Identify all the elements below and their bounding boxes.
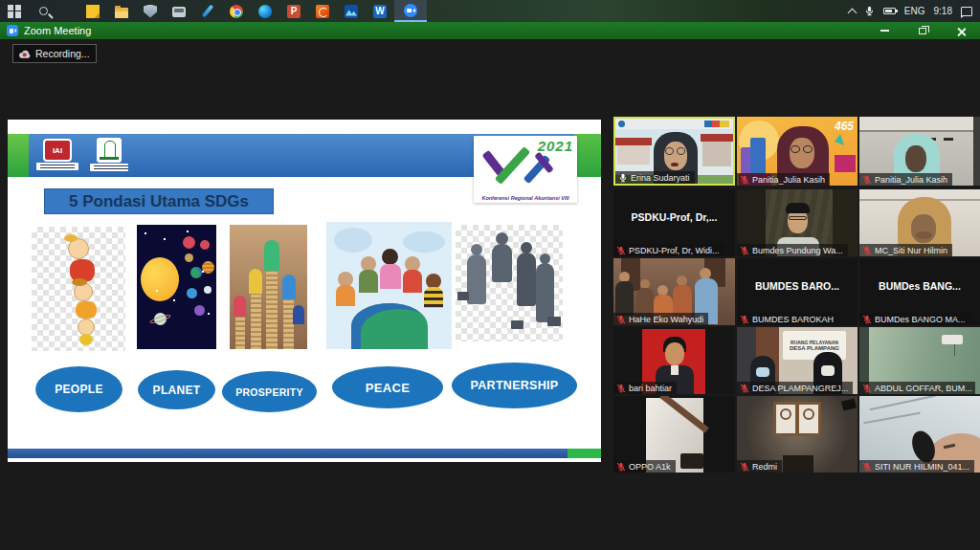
campus-logo bbox=[90, 138, 128, 171]
participant-name: DESA PLAMPANGREJ... bbox=[752, 384, 848, 393]
tile-center-name: PSDKU-Prof, Dr,... bbox=[613, 189, 735, 245]
people-image bbox=[32, 227, 125, 351]
participant-tile[interactable]: BUMDES BARO... BUMDES BAROKAH bbox=[737, 258, 858, 325]
cloud-recording-icon bbox=[18, 49, 31, 59]
photos-icon[interactable] bbox=[337, 0, 366, 22]
desktop: P W ENG 9:18 Zoom Meeting Recording... bbox=[0, 0, 980, 550]
chrome-icon[interactable] bbox=[222, 0, 251, 22]
pillar-partnership: PARTNERSHIP bbox=[452, 363, 577, 408]
window-title: Zoom Meeting bbox=[24, 25, 91, 36]
windows-security-icon[interactable] bbox=[136, 0, 165, 22]
minimize-button[interactable] bbox=[865, 22, 903, 39]
pen-icon[interactable] bbox=[193, 0, 222, 22]
participant-name: bari bahtiar bbox=[629, 384, 672, 393]
battery-icon[interactable] bbox=[883, 8, 896, 14]
participant-name: BUMDES BAROKAH bbox=[752, 315, 834, 324]
sticky-notes-icon[interactable] bbox=[78, 0, 107, 22]
mic-muted-icon bbox=[616, 384, 626, 393]
file-explorer-icon[interactable] bbox=[107, 0, 136, 22]
office-icon[interactable] bbox=[308, 0, 337, 22]
mic-muted-icon bbox=[740, 384, 749, 393]
participant-tile[interactable]: HaHe Eko Wahyudi bbox=[613, 258, 735, 325]
participant-name: Erina Sudaryati bbox=[631, 173, 690, 183]
participant-tile[interactable]: bari bahtiar bbox=[613, 327, 735, 394]
participant-tile[interactable]: Redmi bbox=[737, 396, 858, 473]
participant-name: BUMDes BANGO MA... bbox=[875, 315, 966, 324]
pillar-peace: PEACE bbox=[332, 366, 443, 408]
close-button[interactable] bbox=[942, 22, 980, 39]
participant-tile[interactable]: Panitia_Julia Kasih bbox=[859, 117, 980, 186]
language-indicator[interactable]: ENG bbox=[904, 6, 925, 16]
tile-center-name: BUMDes BANG... bbox=[859, 258, 980, 314]
edge-icon[interactable] bbox=[251, 0, 279, 22]
pillar-prosperity: PROSPERITY bbox=[222, 371, 317, 412]
word-icon[interactable]: W bbox=[366, 0, 394, 22]
system-tray: ENG 9:18 bbox=[849, 0, 972, 22]
slide-title: 5 Pondasi Utama SDGs bbox=[44, 188, 274, 214]
tile-overlay-text: 465 bbox=[835, 120, 854, 133]
zoom-titlebar: Zoom Meeting bbox=[0, 22, 980, 39]
kra-2021-logo: 2021 Konferensi Regional Akuntansi VIII bbox=[474, 136, 577, 203]
participant-tile[interactable]: Erina Sudaryati bbox=[613, 117, 735, 186]
taskbar-spacer bbox=[57, 0, 78, 22]
tile-center-name: BUMDES BARO... bbox=[737, 258, 858, 314]
mic-muted-icon bbox=[862, 384, 872, 393]
sign-text: DESA PLAMPANG bbox=[790, 345, 839, 351]
participant-name: HaHe Eko Wahyudi bbox=[629, 315, 703, 324]
slide-footer-bar bbox=[8, 449, 601, 458]
mic-muted-icon bbox=[740, 246, 749, 255]
mic-muted-icon bbox=[740, 462, 749, 472]
mic-on-icon bbox=[618, 173, 628, 183]
participant-tile[interactable]: 465 Panitia_Julia Kasih bbox=[737, 117, 858, 186]
restore-button[interactable] bbox=[903, 22, 942, 39]
zoom-app-icon[interactable] bbox=[394, 0, 427, 22]
slide-footer-green bbox=[568, 449, 601, 458]
mic-muted-icon bbox=[740, 175, 749, 185]
participant-name: Redmi bbox=[752, 462, 777, 472]
mic-muted-icon bbox=[616, 462, 626, 472]
participant-name: OPPO A1k bbox=[629, 462, 671, 472]
participant-name: PSDKU-Prof, Dr, Widi... bbox=[629, 246, 720, 255]
participant-tile[interactable]: SITI NUR HILMIN_041... bbox=[859, 396, 980, 473]
peace-image bbox=[326, 222, 452, 349]
window-controls bbox=[865, 22, 980, 39]
mic-muted-icon bbox=[616, 315, 626, 324]
participant-name: Panitia_Julia Kasih bbox=[875, 175, 947, 185]
participant-tile[interactable]: Bumdes Pundung Wa... bbox=[737, 189, 858, 256]
participant-name: Panitia_Julia Kasih bbox=[752, 175, 825, 185]
prosperity-image bbox=[230, 225, 307, 349]
start-icon[interactable] bbox=[0, 0, 29, 22]
zoom-meeting-icon bbox=[7, 25, 18, 36]
recording-indicator[interactable]: Recording... bbox=[12, 44, 97, 63]
participant-tile[interactable]: MC_Siti Nur Hilmin bbox=[859, 189, 980, 256]
mic-muted-icon bbox=[616, 246, 626, 255]
participant-tile[interactable]: PSDKU-Prof, Dr,... PSDKU-Prof, Dr, Widi.… bbox=[613, 189, 735, 256]
clock[interactable]: 9:18 bbox=[934, 6, 952, 16]
action-center-icon[interactable] bbox=[961, 7, 972, 16]
participant-name: MC_Siti Nur Hilmin bbox=[875, 246, 947, 255]
shared-screen-slide: IAI 2021 Konferensi Regional Akuntansi V… bbox=[8, 120, 601, 462]
band-green-left bbox=[8, 134, 29, 177]
participant-tile[interactable]: OPPO A1k bbox=[613, 396, 735, 473]
participant-tile[interactable]: RUANG PELAYANAN DESA PLAMPANG DESA PLAMP… bbox=[737, 327, 858, 394]
partnership-image bbox=[456, 225, 563, 341]
band-green-right bbox=[574, 134, 601, 177]
iai-logo: IAI bbox=[36, 139, 78, 170]
pillar-planet: PLANET bbox=[138, 370, 215, 409]
tray-mic-icon[interactable] bbox=[864, 6, 875, 16]
participant-name: Bumdes Pundung Wa... bbox=[752, 246, 843, 255]
search-icon[interactable] bbox=[29, 0, 57, 22]
mic-muted-icon bbox=[862, 246, 872, 255]
tray-chevron-up-icon[interactable] bbox=[847, 8, 857, 17]
recording-label: Recording... bbox=[35, 48, 90, 59]
participant-tile[interactable]: ABDUL GOFFAR, BUM... bbox=[859, 327, 980, 394]
windows-taskbar: P W ENG 9:18 bbox=[0, 0, 980, 22]
mic-muted-icon bbox=[862, 315, 872, 324]
device-icon[interactable] bbox=[165, 0, 193, 22]
pillar-people: PEOPLE bbox=[35, 366, 122, 412]
participant-name: SITI NUR HILMIN_041... bbox=[875, 462, 969, 472]
powerpoint-icon[interactable]: P bbox=[279, 0, 308, 22]
mic-muted-icon bbox=[862, 462, 872, 472]
mic-muted-icon bbox=[740, 315, 749, 324]
participant-tile[interactable]: BUMDes BANG... BUMDes BANGO MA... bbox=[859, 258, 980, 325]
